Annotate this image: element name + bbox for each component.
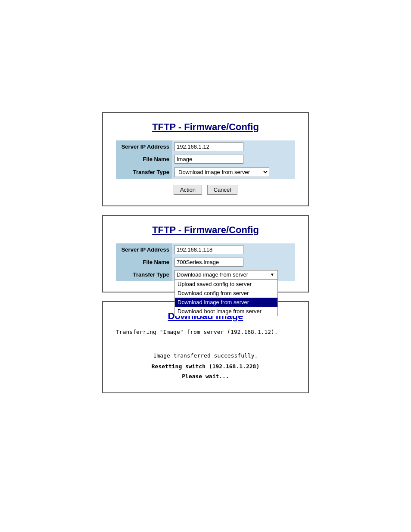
panel2-title: TFTP - Firmware/Config <box>116 224 295 236</box>
dropdown-container: Download image from server ▼ Upload save… <box>174 270 278 279</box>
reset-message: Resetting switch (192.168.1.228) <box>116 363 295 370</box>
panel1-title: TFTP - Firmware/Config <box>116 121 295 133</box>
file-name-cell-2 <box>172 256 295 268</box>
server-ip-row: Server IP Address <box>116 140 295 153</box>
transfer-type-cell-2: Download image from server ▼ Upload save… <box>172 268 295 281</box>
server-ip-input-2[interactable] <box>174 245 243 254</box>
dropdown-item-1[interactable]: Upload saved config to server <box>175 280 277 289</box>
server-ip-input[interactable] <box>174 142 243 151</box>
transfer-message: Transferring "Image" from server (192.16… <box>116 329 295 335</box>
transfer-type-label: Transfer Type <box>116 165 172 179</box>
server-ip-cell <box>172 140 295 153</box>
file-name-input-2[interactable] <box>174 258 243 267</box>
panel1-buttons: Action Cancel <box>116 185 295 195</box>
dropdown-item-2[interactable]: Download config from server <box>175 289 277 298</box>
transfer-type-select[interactable]: Download image from server Upload saved … <box>174 167 269 177</box>
dropdown-list: Upload saved config to server Download c… <box>174 279 278 316</box>
server-ip-label-2: Server IP Address <box>116 243 172 256</box>
file-name-row-2: File Name <box>116 256 295 268</box>
file-name-cell <box>172 153 295 165</box>
cancel-button[interactable]: Cancel <box>207 185 237 195</box>
tftp-panel-1: TFTP - Firmware/Config Server IP Address… <box>102 112 309 206</box>
transfer-type-label-2: Transfer Type <box>116 268 172 281</box>
panel1-form: Server IP Address File Name Transfer Typ… <box>116 140 295 179</box>
panel2-form: Server IP Address File Name Transfer Typ… <box>116 243 295 281</box>
dropdown-item-3[interactable]: Download image from server <box>175 298 277 307</box>
success-message: Image transferred successfully. <box>116 352 295 359</box>
server-ip-cell-2 <box>172 243 295 256</box>
transfer-type-row-2: Transfer Type Download image from server… <box>116 268 295 281</box>
server-ip-label: Server IP Address <box>116 140 172 153</box>
tftp-panel-2: TFTP - Firmware/Config Server IP Address… <box>102 215 309 292</box>
action-button[interactable]: Action <box>174 185 202 195</box>
transfer-type-cell: Download image from server Upload saved … <box>172 165 295 179</box>
file-name-row: File Name <box>116 153 295 165</box>
transfer-type-row: Transfer Type Download image from server… <box>116 165 295 179</box>
dropdown-item-4[interactable]: Download boot image from server <box>175 307 277 316</box>
file-name-label: File Name <box>116 153 172 165</box>
wait-message: Please wait... <box>116 373 295 380</box>
dropdown-selected-text: Download image from server <box>177 271 248 278</box>
file-name-input[interactable] <box>174 155 243 164</box>
dropdown-trigger[interactable]: Download image from server ▼ <box>174 270 278 279</box>
server-ip-row-2: Server IP Address <box>116 243 295 256</box>
dropdown-arrow-icon: ▼ <box>269 272 276 277</box>
file-name-label-2: File Name <box>116 256 172 268</box>
